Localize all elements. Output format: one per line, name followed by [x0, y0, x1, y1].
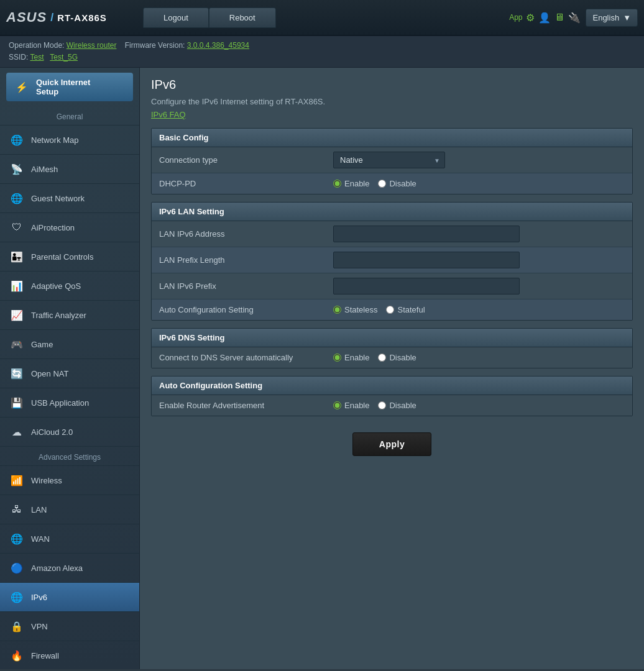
- basic-config-section: Basic Config Connection type Native Pass…: [151, 128, 633, 194]
- dns-enable-radio[interactable]: [333, 354, 341, 362]
- sidebar-item-open-nat[interactable]: 🔄 Open NAT: [0, 359, 139, 388]
- router-adv-value: Enable Disable: [326, 396, 632, 414]
- router-adv-enable-text: Enable: [344, 401, 369, 410]
- sidebar-item-traffic-analyzer[interactable]: 📈 Traffic Analyzer: [0, 301, 139, 330]
- sidebar-item-vpn[interactable]: 🔒 VPN: [0, 612, 139, 641]
- router-adv-disable-radio[interactable]: [378, 401, 386, 409]
- dns-disable-label[interactable]: Disable: [378, 353, 416, 362]
- dhcp-pd-disable-label[interactable]: Disable: [378, 179, 416, 188]
- sidebar-item-guest-network[interactable]: 🌐 Guest Network: [0, 184, 139, 213]
- sidebar-item-aicloud[interactable]: ☁ AiCloud 2.0: [0, 418, 139, 447]
- sidebar-item-aiprotection[interactable]: 🛡 AiProtection: [0, 213, 139, 242]
- ipv6-icon: 🌐: [9, 589, 25, 605]
- content-area: IPv6 Configure the IPv6 Internet setting…: [140, 68, 644, 669]
- stateful-radio[interactable]: [386, 306, 394, 314]
- connection-type-row: Connection type Native Passthrough Stati…: [152, 147, 632, 173]
- sidebar-item-amazon-alexa[interactable]: 🔵 Amazon Alexa: [0, 554, 139, 583]
- wireless-icon: 📶: [9, 472, 25, 488]
- lan-ipv6-prefix-input[interactable]: [333, 278, 520, 294]
- firewall-icon: 🔥: [9, 647, 25, 664]
- dns-enable-label[interactable]: Enable: [333, 353, 369, 362]
- lan-ipv6-address-input[interactable]: [333, 226, 520, 242]
- top-bar: ASUS / RT-AX86S Logout Reboot App ⚙ 👤 🖥 …: [0, 0, 644, 36]
- connection-type-select[interactable]: Native Passthrough Static IPv6 6in4 6to4…: [333, 152, 445, 168]
- dhcp-pd-disable-radio[interactable]: [378, 180, 386, 188]
- advanced-section-label: Advanced Settings: [0, 447, 139, 466]
- traffic-analyzer-icon: 📈: [9, 307, 25, 323]
- sidebar-item-wireless[interactable]: 📶 Wireless: [0, 466, 139, 495]
- network-map-icon: 🌐: [9, 132, 25, 148]
- chevron-down-icon: ▼: [623, 13, 631, 22]
- sidebar-item-ipv6[interactable]: 🌐 IPv6: [0, 583, 139, 612]
- sidebar-item-adaptive-qos[interactable]: 📊 Adaptive QoS: [0, 272, 139, 301]
- dns-disable-radio[interactable]: [378, 354, 386, 362]
- stateless-radio[interactable]: [333, 306, 341, 314]
- sidebar-item-wan[interactable]: 🌐 WAN: [0, 524, 139, 554]
- lan-ipv6-address-row: LAN IPv6 Address: [152, 221, 632, 247]
- logout-button[interactable]: Logout: [143, 7, 209, 28]
- monitor-icon[interactable]: 🖥: [554, 12, 564, 23]
- lan-prefix-length-input[interactable]: [333, 252, 520, 268]
- router-adv-enable-label[interactable]: Enable: [333, 401, 369, 410]
- settings-icon[interactable]: ⚙: [526, 12, 535, 24]
- sidebar-item-aicloud-label: AiCloud 2.0: [31, 427, 73, 437]
- operation-mode-value[interactable]: Wireless router: [67, 41, 117, 50]
- router-adv-enable-radio[interactable]: [333, 401, 341, 409]
- stateful-label[interactable]: Stateful: [386, 305, 425, 314]
- connect-dns-row: Connect to DNS Server automatically Enab…: [152, 347, 632, 368]
- sidebar-item-lan[interactable]: 🖧 LAN: [0, 495, 139, 524]
- sidebar-item-firewall-label: Firewall: [31, 651, 59, 660]
- top-right-area: App ⚙ 👤 🖥 🔌 English ▼: [509, 9, 638, 27]
- lan-ipv6-prefix-row: LAN IPv6 Prefix: [152, 273, 632, 299]
- lan-setting-section: IPv6 LAN Setting LAN IPv6 Address LAN Pr…: [151, 202, 633, 321]
- dhcp-pd-enable-text: Enable: [344, 179, 369, 188]
- language-selector[interactable]: English ▼: [586, 9, 638, 27]
- sidebar-item-firewall[interactable]: 🔥 Firewall: [0, 641, 139, 669]
- page-description: Configure the IPv6 Internet setting of R…: [140, 97, 644, 110]
- page-title: IPv6: [140, 68, 644, 97]
- sidebar-item-adaptive-qos-label: Adaptive QoS: [31, 281, 81, 291]
- quick-setup-button[interactable]: ⚡ Quick InternetSetup: [6, 73, 133, 101]
- sidebar-item-usb-application-label: USB Application: [31, 398, 89, 408]
- dns-setting-section: IPv6 DNS Setting Connect to DNS Server a…: [151, 328, 633, 368]
- router-adv-disable-label[interactable]: Disable: [378, 401, 416, 410]
- router-adv-disable-text: Disable: [389, 401, 416, 410]
- sidebar-item-parental-controls[interactable]: 👨‍👧 Parental Controls: [0, 242, 139, 272]
- ipv6-faq-link[interactable]: IPv6 FAQ: [140, 110, 644, 128]
- general-section-label: General: [0, 106, 139, 126]
- sidebar-item-vpn-label: VPN: [31, 622, 48, 631]
- sidebar-item-aimesh[interactable]: 📡 AiMesh: [0, 155, 139, 184]
- reboot-button[interactable]: Reboot: [209, 7, 276, 28]
- auto-config-setting-label: Auto Configuration Setting: [152, 299, 326, 320]
- apply-button[interactable]: Apply: [352, 432, 431, 456]
- dhcp-pd-enable-label[interactable]: Enable: [333, 179, 369, 188]
- language-label: English: [592, 13, 619, 22]
- firmware-value[interactable]: 3.0.0.4.386_45934: [187, 41, 249, 50]
- lan-prefix-length-value: [326, 247, 632, 273]
- dhcp-pd-disable-text: Disable: [389, 179, 416, 188]
- ssid-5g[interactable]: Test_5G: [50, 53, 78, 62]
- sidebar-item-game[interactable]: 🎮 Game: [0, 330, 139, 359]
- ssid-2g[interactable]: Test: [30, 53, 44, 62]
- sidebar-item-network-map-label: Network Map: [31, 135, 79, 145]
- sidebar-item-traffic-analyzer-label: Traffic Analyzer: [31, 311, 86, 320]
- sidebar-item-network-map[interactable]: 🌐 Network Map: [0, 126, 139, 155]
- stateless-label[interactable]: Stateless: [333, 305, 377, 314]
- auto-config-section: Auto Configuration Setting Enable Router…: [151, 376, 633, 416]
- connect-dns-value: Enable Disable: [326, 349, 632, 367]
- sidebar-item-usb-application[interactable]: 💾 USB Application: [0, 388, 139, 418]
- dns-radio-group: Enable Disable: [333, 353, 416, 362]
- sidebar-item-parental-controls-label: Parental Controls: [31, 252, 93, 262]
- connection-type-select-wrapper: Native Passthrough Static IPv6 6in4 6to4…: [333, 152, 445, 168]
- info-bar-left: Operation Mode: Wireless router Firmware…: [9, 40, 249, 63]
- auto-config-radio-group: Stateless Stateful: [333, 305, 425, 314]
- user-icon[interactable]: 👤: [538, 12, 551, 24]
- open-nat-icon: 🔄: [9, 365, 25, 381]
- guest-network-icon: 🌐: [9, 190, 25, 206]
- logo-divider: /: [50, 11, 53, 24]
- usb-icon[interactable]: 🔌: [568, 12, 581, 24]
- dns-enable-text: Enable: [344, 353, 369, 362]
- sidebar-item-wireless-label: Wireless: [31, 476, 62, 485]
- sidebar-item-game-label: Game: [31, 340, 53, 349]
- dhcp-pd-enable-radio[interactable]: [333, 180, 341, 188]
